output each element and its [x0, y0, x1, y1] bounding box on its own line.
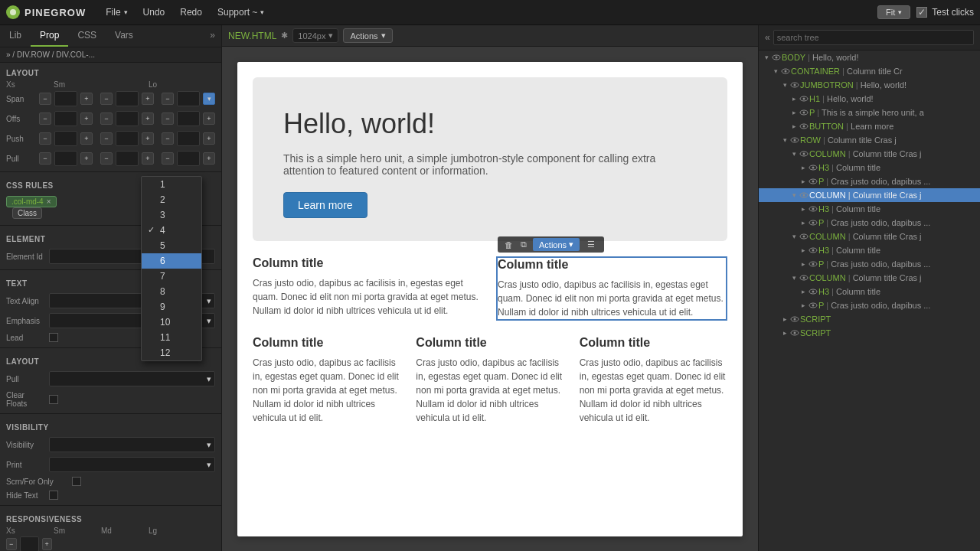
trash-icon[interactable]: 🗑	[502, 239, 514, 251]
dropdown-item-7[interactable]: 7	[142, 269, 201, 284]
tree-visibility-icon[interactable]	[799, 148, 809, 159]
offs-sm-increment[interactable]: +	[142, 112, 154, 125]
tree-item[interactable]: ▸H3 | Column title	[759, 285, 980, 298]
lead-checkbox[interactable]	[49, 333, 58, 342]
tree-visibility-icon[interactable]	[799, 231, 809, 242]
dropdown-item-4[interactable]: 4	[142, 223, 201, 238]
push-md-decrement[interactable]: −	[162, 132, 174, 145]
test-clicks-toggle[interactable]: ✓ Test clicks	[916, 7, 974, 18]
tree-visibility-icon[interactable]	[799, 107, 809, 118]
tree-visibility-icon[interactable]	[799, 272, 809, 283]
push-xs-increment[interactable]: +	[80, 132, 93, 145]
copy-icon[interactable]: ⧉	[518, 239, 530, 251]
resp-xs-increment[interactable]: +	[42, 538, 53, 550]
tree-item[interactable]: ▾JUMBOTRON | Hello, world!	[759, 78, 980, 92]
tree-item[interactable]: ▸H1 | Hello, world!	[759, 92, 980, 106]
pull-xs-increment[interactable]: +	[80, 152, 93, 165]
pull-sm-increment[interactable]: +	[142, 152, 154, 165]
offs-md-decrement[interactable]: −	[162, 112, 174, 125]
span-sm-increment[interactable]: +	[142, 93, 154, 105]
tree-visibility-icon[interactable]	[789, 314, 800, 324]
tree-visibility-icon[interactable]	[780, 66, 791, 77]
span-md-dropdown[interactable]: ▾	[203, 93, 215, 105]
hide-text-checkbox[interactable]	[49, 491, 58, 500]
tree-item[interactable]: ▸H3 | Column title	[759, 202, 980, 216]
dropdown-item-10[interactable]: 10	[142, 315, 201, 330]
span-xs-decrement[interactable]: −	[39, 93, 51, 105]
tree-visibility-icon[interactable]	[799, 93, 809, 104]
screenreader-checkbox[interactable]	[72, 477, 81, 486]
tree-item[interactable]: ▸P | Cras justo odio, dapibus ...	[759, 298, 980, 312]
tree-item[interactable]: ▾ROW | Column title Cras j	[759, 133, 980, 147]
tree-visibility-icon[interactable]	[808, 204, 818, 214]
dropdown-item-11[interactable]: 11	[142, 330, 201, 345]
offs-xs-decrement[interactable]: −	[39, 112, 51, 125]
push-sm-increment[interactable]: +	[142, 132, 154, 145]
pull-md-increment[interactable]: +	[203, 152, 215, 165]
dropdown-item-6[interactable]: 6	[142, 253, 201, 269]
add-class-button[interactable]: Class	[12, 207, 42, 219]
tree-visibility-icon[interactable]	[808, 162, 818, 173]
span-xs-increment[interactable]: +	[80, 93, 93, 105]
push-sm-decrement[interactable]: −	[100, 132, 113, 145]
tree-visibility-icon[interactable]	[808, 217, 818, 228]
canvas-size-selector[interactable]: 1024px ▾	[292, 28, 338, 43]
push-xs-decrement[interactable]: −	[39, 132, 51, 145]
canvas-actions-button[interactable]: Actions ▾	[343, 28, 392, 43]
tab-lib[interactable]: Lib	[0, 25, 31, 47]
tree-visibility-icon[interactable]	[799, 121, 809, 132]
tree-visibility-icon[interactable]	[799, 190, 809, 201]
menu-undo[interactable]: Undo	[136, 0, 173, 25]
css-tag-remove[interactable]: ×	[47, 197, 51, 206]
dropdown-item-5[interactable]: 5	[142, 238, 201, 253]
col-1-2[interactable]: 🗑 ⧉ Actions ▾ ☰ Column title Cras justo …	[496, 256, 727, 321]
tree-visibility-icon[interactable]	[808, 300, 818, 311]
visibility-select[interactable]: ▾	[49, 437, 215, 452]
span-sm-decrement[interactable]: −	[100, 93, 113, 105]
offs-xs-increment[interactable]: +	[80, 112, 93, 125]
tree-visibility-icon[interactable]	[789, 328, 800, 338]
tree-item[interactable]: ▾BODY | Hello, world!	[759, 51, 980, 64]
tree-item[interactable]: ▸P | Cras justo odio, dapibus ...	[759, 257, 980, 271]
push-md-increment[interactable]: +	[203, 132, 215, 145]
tab-prop[interactable]: Prop	[31, 25, 68, 47]
panel-collapse-button[interactable]: »	[204, 25, 221, 47]
tree-visibility-icon[interactable]	[808, 259, 818, 269]
offs-md-increment[interactable]: +	[203, 112, 215, 125]
tree-item[interactable]: ▸SCRIPT	[759, 312, 980, 326]
pull-sm-decrement[interactable]: −	[100, 152, 113, 165]
learn-more-button[interactable]: Learn more	[283, 192, 368, 218]
fit-button[interactable]: Fit ▾	[877, 5, 910, 19]
tree-item[interactable]: ▸H3 | Column title	[759, 243, 980, 257]
tree-visibility-icon[interactable]	[808, 176, 818, 187]
tree-item[interactable]: ▾CONTAINER | Column title Cr	[759, 64, 980, 78]
tree-item[interactable]: ▸P | Cras justo odio, dapibus ...	[759, 174, 980, 188]
tree-item[interactable]: ▸BUTTON | Learn more	[759, 119, 980, 133]
column-menu-button[interactable]: ☰	[583, 238, 599, 251]
tree-item[interactable]: ▸SCRIPT	[759, 326, 980, 340]
tree-visibility-icon[interactable]	[771, 52, 782, 63]
menu-file[interactable]: File ▾	[98, 0, 135, 25]
span-md-decrement[interactable]: −	[162, 93, 174, 105]
tree-item[interactable]: ▸P | This is a simple hero unit, a	[759, 106, 980, 119]
right-panel-expand[interactable]: «	[765, 32, 770, 43]
pull-md-decrement[interactable]: −	[162, 152, 174, 165]
dropdown-item-2[interactable]: 2	[142, 192, 201, 207]
dropdown-item-8[interactable]: 8	[142, 284, 201, 299]
dropdown-item-3[interactable]: 3	[142, 207, 201, 223]
tree-item[interactable]: ▸H3 | Column title	[759, 161, 980, 174]
tree-item[interactable]: ▾COLUMN | Column title Cras j	[759, 230, 980, 243]
menu-support[interactable]: Support ~ ▾	[210, 0, 272, 25]
tree-visibility-icon[interactable]	[789, 80, 800, 90]
test-clicks-checkbox[interactable]: ✓	[916, 7, 927, 18]
tree-visibility-icon[interactable]	[789, 135, 800, 145]
tab-vars[interactable]: Vars	[106, 25, 142, 47]
tab-css[interactable]: CSS	[68, 25, 106, 47]
menu-redo[interactable]: Redo	[172, 0, 210, 25]
print-select[interactable]: ▾	[49, 457, 215, 472]
search-tree-input[interactable]	[773, 30, 974, 45]
dropdown-item-1[interactable]: 1	[142, 177, 201, 192]
tree-item[interactable]: ▾COLUMN | Column title Cras j	[759, 147, 980, 161]
pull2-select[interactable]: ▾	[49, 371, 215, 386]
column-actions-button[interactable]: Actions ▾	[533, 238, 580, 251]
